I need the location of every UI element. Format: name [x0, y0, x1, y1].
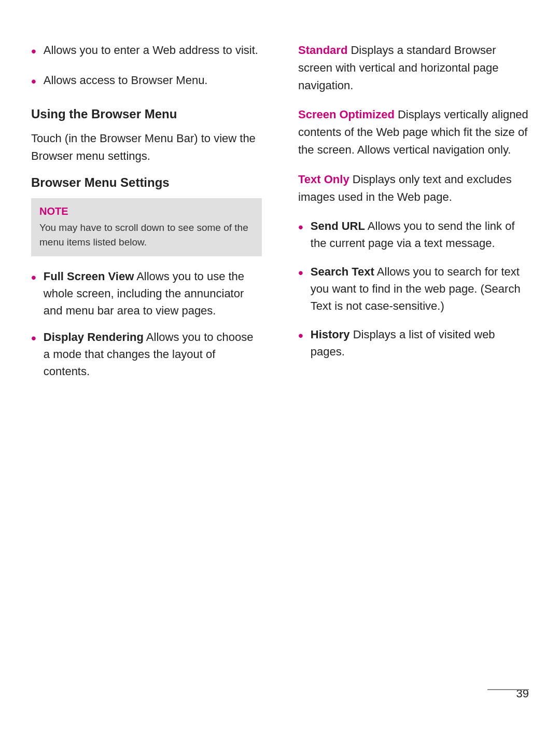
screen-optimized-term: Screen Optimized — [298, 108, 395, 121]
page-footer: 39 — [31, 677, 529, 700]
list-item: • Full Screen View Allows you to use the… — [31, 268, 262, 319]
bullet-icon: • — [298, 216, 303, 238]
full-screen-term: Full Screen View — [44, 270, 134, 283]
note-box: NOTE You may have to scroll down to see … — [31, 198, 262, 256]
feature-bullet-list: • Full Screen View Allows you to use the… — [31, 268, 262, 380]
bullet-icon: • — [31, 40, 36, 62]
browser-menu-body: Touch (in the Browser Menu Bar) to view … — [31, 130, 262, 165]
bullet-icon: • — [31, 267, 36, 288]
text-only-text: Text Only Displays only text and exclude… — [298, 171, 529, 206]
search-text-term: Search Text — [311, 265, 374, 278]
list-item: • Search Text Allows you to search for t… — [298, 263, 529, 314]
list-item: • History Displays a list of visited web… — [298, 326, 529, 360]
section-screen-optimized: Screen Optimized Displays vertically ali… — [298, 106, 529, 159]
right-column: Standard Displays a standard Browser scr… — [293, 42, 529, 677]
bullet-icon: • — [31, 327, 36, 349]
intro-bullet-list: • Allows you to enter a Web address to v… — [31, 42, 262, 92]
history-term: History — [311, 328, 350, 341]
standard-text: Standard Displays a standard Browser scr… — [298, 42, 529, 94]
intro-bullet-2-text: Allows access to Browser Menu. — [44, 72, 208, 89]
two-column-layout: • Allows you to enter a Web address to v… — [31, 42, 529, 677]
send-url-term: Send URL — [311, 219, 365, 232]
list-item: • Send URL Allows you to send the link o… — [298, 217, 529, 252]
page-container: • Allows you to enter a Web address to v… — [0, 0, 560, 742]
right-bullet-list: • Send URL Allows you to send the link o… — [298, 217, 529, 360]
note-label: NOTE — [39, 205, 254, 217]
text-only-term: Text Only — [298, 173, 349, 186]
note-text: You may have to scroll down to see some … — [39, 221, 254, 249]
full-screen-item: Full Screen View Allows you to use the w… — [44, 268, 262, 319]
intro-bullet-1-text: Allows you to enter a Web address to vis… — [44, 42, 258, 59]
history-item: History Displays a list of visited web p… — [311, 326, 529, 360]
send-url-item: Send URL Allows you to send the link of … — [311, 217, 529, 252]
list-item: • Allows access to Browser Menu. — [31, 72, 262, 92]
search-text-item: Search Text Allows you to search for tex… — [311, 263, 529, 314]
list-item: • Allows you to enter a Web address to v… — [31, 42, 262, 62]
list-item: • Display Rendering Allows you to choose… — [31, 328, 262, 380]
section-heading-browser-settings: Browser Menu Settings — [31, 175, 262, 190]
section-text-only: Text Only Displays only text and exclude… — [298, 171, 529, 206]
section-standard: Standard Displays a standard Browser scr… — [298, 42, 529, 94]
screen-optimized-text: Screen Optimized Displays vertically ali… — [298, 106, 529, 159]
footer-line — [487, 689, 529, 690]
standard-term: Standard — [298, 44, 347, 57]
bullet-icon: • — [298, 262, 303, 284]
display-rendering-item: Display Rendering Allows you to choose a… — [44, 328, 262, 380]
left-column: • Allows you to enter a Web address to v… — [31, 42, 272, 677]
display-rendering-term: Display Rendering — [44, 331, 144, 343]
bullet-icon: • — [31, 71, 36, 92]
section-heading-browser-menu: Using the Browser Menu — [31, 107, 262, 121]
bullet-icon: • — [298, 325, 303, 347]
